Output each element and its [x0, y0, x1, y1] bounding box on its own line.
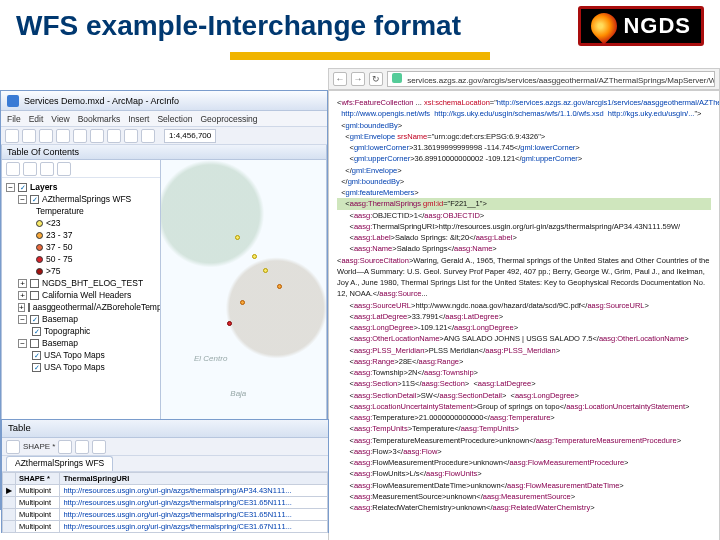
toolbar: 1:4,456,700 — [1, 127, 327, 145]
menu-view[interactable]: View — [51, 114, 69, 124]
table-tool3[interactable] — [92, 440, 106, 454]
logo-text: NGDS — [623, 13, 691, 39]
tbtn-save[interactable] — [39, 129, 53, 143]
group-basemap[interactable]: Basemap — [42, 314, 78, 324]
toc-list-by-source[interactable] — [23, 162, 37, 176]
symbol-dot — [36, 232, 43, 239]
menu-file[interactable]: File — [7, 114, 21, 124]
table-tab[interactable]: AZthermalSprings WFS — [6, 456, 113, 471]
expand-icon[interactable]: + — [18, 303, 25, 312]
expand-icon[interactable]: − — [18, 315, 27, 324]
browser-url-bar: ← → ↻ services.azgs.az.gov/arcgis/servic… — [328, 68, 720, 90]
toc-title: Table Of Contents — [1, 145, 327, 160]
col-shape[interactable]: SHAPE * — [16, 473, 60, 485]
col-select — [3, 473, 16, 485]
menu-edit[interactable]: Edit — [29, 114, 44, 124]
map-view[interactable]: Baja El Centro — [161, 160, 327, 430]
field-temperature: Temperature — [36, 206, 84, 216]
menu-bookmarks[interactable]: Bookmarks — [78, 114, 121, 124]
checkbox[interactable]: ✓ — [30, 315, 39, 324]
col-uri[interactable]: ThermalSpringURI — [60, 473, 328, 485]
attribute-table: Table SHAPE * AZthermalSprings WFS SHAPE… — [1, 419, 329, 533]
tbtn-new[interactable] — [5, 129, 19, 143]
checkbox[interactable]: ✓ — [32, 351, 41, 360]
layer-azthermal[interactable]: AZthermalSprings WFS — [42, 194, 131, 204]
page-title: WFS example-Interchange format — [16, 11, 461, 41]
class-1: <23 — [46, 218, 60, 228]
class-3: 37 - 50 — [46, 242, 72, 252]
checkbox[interactable] — [28, 303, 30, 312]
menubar[interactable]: File Edit View Bookmarks Insert Selectio… — [1, 111, 327, 127]
tbtn-add[interactable] — [141, 129, 155, 143]
toc-list-by-selection[interactable] — [57, 162, 71, 176]
table-row[interactable]: Multipointhttp://resources.usgin.org/uri… — [3, 521, 328, 533]
table-row[interactable]: Multipointhttp://resources.usgin.org/uri… — [3, 509, 328, 521]
table-title: Table — [2, 420, 328, 438]
tbtn-paste[interactable] — [107, 129, 121, 143]
tbtn-undo[interactable] — [124, 129, 138, 143]
table-tool2[interactable] — [75, 440, 89, 454]
checkbox[interactable]: ✓ — [32, 363, 41, 372]
toc-panel: −✓Layers −✓AZthermalSprings WFS Temperat… — [1, 160, 161, 430]
symbol-dot — [36, 268, 43, 275]
tbtn-open[interactable] — [22, 129, 36, 143]
menu-geoprocessing[interactable]: Geoprocessing — [200, 114, 257, 124]
expand-icon[interactable]: + — [18, 291, 27, 300]
map-label-elcentro: El Centro — [194, 354, 227, 363]
checkbox[interactable] — [30, 279, 39, 288]
menu-insert[interactable]: Insert — [128, 114, 149, 124]
arcmap-icon — [7, 95, 19, 107]
url-text: services.azgs.az.gov/arcgis/services/aas… — [407, 76, 715, 85]
layer-usa-topo2[interactable]: USA Topo Maps — [44, 362, 105, 372]
flame-icon — [586, 8, 623, 45]
accent-bar — [230, 52, 490, 60]
tbtn-copy[interactable] — [90, 129, 104, 143]
layer-usa-topo[interactable]: USA Topo Maps — [44, 350, 105, 360]
forward-button[interactable]: → — [351, 72, 365, 86]
menu-selection[interactable]: Selection — [157, 114, 192, 124]
table-row[interactable]: ▶Multipointhttp://resources.usgin.org/ur… — [3, 485, 328, 497]
checkbox[interactable]: ✓ — [32, 327, 41, 336]
back-button[interactable]: ← — [333, 72, 347, 86]
share-label: SHAPE * — [23, 442, 55, 451]
table-options[interactable] — [6, 440, 20, 454]
toc-list-by-visibility[interactable] — [40, 162, 54, 176]
scale-field[interactable]: 1:4,456,700 — [164, 129, 216, 143]
toc-list-by-drawing[interactable] — [6, 162, 20, 176]
class-4: 50 - 75 — [46, 254, 72, 264]
url-input[interactable]: services.azgs.az.gov/arcgis/services/aas… — [387, 71, 715, 87]
ngds-logo: NGDS — [578, 6, 704, 46]
toc-root[interactable]: Layers — [30, 182, 57, 192]
layer-topo[interactable]: Topographic — [44, 326, 90, 336]
group-basemap2[interactable]: Basemap — [42, 338, 78, 348]
expand-icon[interactable]: − — [6, 183, 15, 192]
arcmap-title-text: Services Demo.mxd - ArcMap - ArcInfo — [24, 96, 179, 106]
layer-borehole[interactable]: aasggeothermal/AZBoreholeTemperat — [33, 302, 161, 312]
table-row[interactable]: Multipointhttp://resources.usgin.org/uri… — [3, 497, 328, 509]
class-2: 23 - 37 — [46, 230, 72, 240]
tbtn-print[interactable] — [56, 129, 70, 143]
arcmap-titlebar: Services Demo.mxd - ArcMap - ArcInfo — [1, 91, 327, 111]
symbol-dot — [36, 244, 43, 251]
reload-button[interactable]: ↻ — [369, 72, 383, 86]
expand-icon[interactable]: − — [18, 339, 27, 348]
layer-bht[interactable]: NGDS_BHT_ELOG_TEST — [42, 278, 143, 288]
table-tool1[interactable] — [58, 440, 72, 454]
class-5: >75 — [46, 266, 60, 276]
expand-icon[interactable]: − — [18, 195, 27, 204]
xml-response: <wfs:FeatureCollection ... xsi:schemaLoc… — [328, 90, 720, 540]
symbol-dot — [36, 256, 43, 263]
checkbox[interactable]: ✓ — [18, 183, 27, 192]
symbol-dot — [36, 220, 43, 227]
layer-ca-wells[interactable]: California Well Headers — [42, 290, 131, 300]
site-icon — [392, 73, 402, 83]
tbtn-cut[interactable] — [73, 129, 87, 143]
arcmap-window: Services Demo.mxd - ArcMap - ArcInfo Fil… — [0, 90, 328, 510]
map-label-baja: Baja — [230, 389, 246, 398]
checkbox[interactable]: ✓ — [30, 195, 39, 204]
checkbox[interactable] — [30, 339, 39, 348]
expand-icon[interactable]: + — [18, 279, 27, 288]
checkbox[interactable] — [30, 291, 39, 300]
attribute-grid[interactable]: SHAPE * ThermalSpringURI ▶Multipointhttp… — [2, 472, 328, 533]
